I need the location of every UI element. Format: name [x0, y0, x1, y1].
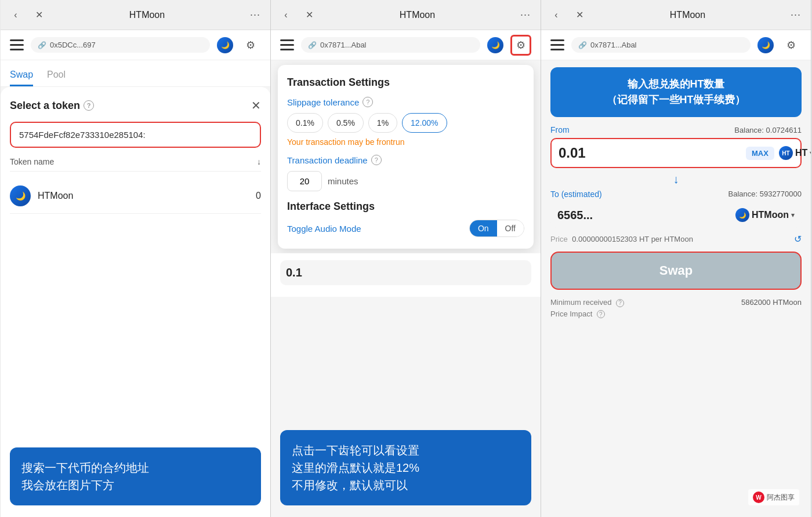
modal-close-btn[interactable]: ✕: [251, 99, 261, 112]
modal-title: Select a token ?: [10, 100, 94, 112]
browser-back-2[interactable]: ‹: [278, 7, 294, 23]
panel-3: ‹ ✕ HTMoon ··· 🔗 0x7871...Abal 🌙 ⚙: [541, 0, 811, 517]
slippage-label: Slippage tolerance ?: [287, 97, 524, 107]
annotation-box-1: 搜索一下代币的合约地址我会放在图片下方: [10, 447, 261, 505]
token-item-name: HTMoon: [38, 191, 249, 201]
link-icon-1: 🔗: [38, 41, 46, 49]
swap-tab-1[interactable]: Swap: [10, 65, 33, 86]
list-item[interactable]: 🌙 HTMoon 0: [10, 179, 261, 214]
to-label: To (estimated): [550, 190, 602, 199]
to-token-chevron: ▾: [791, 211, 795, 219]
price-impact-help-icon[interactable]: ?: [597, 310, 605, 318]
app-header-3: 🔗 0x7871...Abal 🌙 ⚙: [541, 30, 811, 60]
tx-settings-panel: Transaction Settings Slippage tolerance …: [278, 65, 534, 249]
panel-2: ‹ ✕ HTMoon ··· 🔗 0x7871...Abal 🌙 ⚙ Trans…: [271, 0, 541, 517]
swap-direction-arrow: ↓: [550, 173, 802, 186]
min-received-value: 5862000 HTMoon: [741, 298, 802, 307]
browser-close-3[interactable]: ✕: [571, 7, 588, 23]
token-search-field[interactable]: [10, 122, 261, 148]
toggle-audio-label: Toggle Audio Mode: [287, 224, 361, 234]
min-received-help-icon[interactable]: ?: [616, 299, 624, 307]
address-bar-2[interactable]: 🔗 0x7871...Abal: [301, 37, 480, 53]
sort-icon[interactable]: ↓: [257, 157, 261, 166]
browser-close-2[interactable]: ✕: [301, 7, 317, 23]
bg-swap-row: 0.1: [280, 260, 531, 285]
bg-swap-ui: 0.1: [271, 253, 541, 297]
weibo-watermark: W 阿杰图享: [748, 489, 799, 505]
hamburger-menu-1[interactable]: [10, 38, 24, 52]
refresh-icon[interactable]: ↺: [794, 234, 802, 245]
slippage-options: 0.1% 0.5% 1% 12.00%: [287, 113, 524, 133]
address-bar-1[interactable]: 🔗 0x5DCc...697: [31, 37, 210, 53]
slippage-btn-01[interactable]: 0.1%: [287, 113, 323, 133]
to-token-selector[interactable]: 🌙 HTMoon ▾: [735, 208, 795, 222]
hamburger-menu-3[interactable]: [550, 38, 564, 52]
annotation-text-1: 搜索一下代币的合约地址我会放在图片下方: [21, 459, 249, 494]
price-impact-label: Price Impact ?: [550, 310, 605, 319]
toggle-row: Toggle Audio Mode On Off: [287, 220, 524, 237]
token-logo-1: 🌙: [217, 37, 233, 53]
min-received-row: Minimum received ? 5862000 HTMoon: [550, 298, 802, 307]
to-balance: Balance: 5932770000: [728, 190, 802, 199]
wallet-address-1: 0x5DCc...697: [50, 41, 96, 49]
weibo-text: 阿杰图享: [767, 493, 795, 503]
toggle-on-btn[interactable]: On: [470, 220, 497, 236]
to-token-name: HTMoon: [752, 210, 789, 220]
annotation-text-2: 点击一下齿轮可以看设置这里的滑点默认就是12%不用修改，默认就可以: [292, 442, 520, 494]
token-item-balance: 0: [256, 191, 261, 201]
swap-to-header: To (estimated) Balance: 5932770000: [550, 190, 802, 199]
tx-settings-title: Transaction Settings: [287, 77, 524, 89]
slippage-btn-12[interactable]: 12.00%: [402, 113, 447, 133]
slippage-btn-05[interactable]: 0.5%: [328, 113, 364, 133]
from-token-selector[interactable]: HT HT ▾: [779, 146, 811, 160]
swap-from-header: From Balance: 0.0724611: [550, 125, 802, 134]
from-amount-input[interactable]: [559, 145, 741, 161]
price-value: 0.00000000152303 HT per HTMoon: [572, 235, 693, 243]
browser-back-1[interactable]: ‹: [8, 7, 24, 23]
token-logo-3: 🌙: [757, 37, 774, 53]
wallet-address-2: 0x7871...Abal: [320, 41, 367, 49]
slippage-btn-1[interactable]: 1%: [368, 113, 397, 133]
to-input-row: 6565... 🌙 HTMoon ▾: [550, 202, 802, 228]
pool-tab-1[interactable]: Pool: [47, 65, 66, 86]
browser-back-3[interactable]: ‹: [548, 7, 564, 23]
htmoon-logo: 🌙: [10, 185, 31, 206]
hamburger-menu-2[interactable]: [280, 38, 294, 52]
from-balance: Balance: 0.0724611: [734, 126, 802, 134]
interface-settings-title: Interface Settings: [287, 201, 524, 213]
swap-main: 输入想兑换的HT数量（记得留下一些HT做手续费） From Balance: 0…: [541, 67, 811, 330]
browser-close-1[interactable]: ✕: [31, 7, 47, 23]
swap-button[interactable]: Swap: [550, 252, 802, 290]
browser-title-3: HTMoon: [594, 10, 781, 20]
from-token-name: HT: [795, 148, 807, 158]
from-token-chevron: ▾: [810, 149, 811, 157]
settings-button-1[interactable]: ⚙: [240, 35, 261, 56]
app-header-1: 🔗 0x5DCc...697 🌙 ⚙: [1, 30, 270, 60]
token-list-label: Token name: [10, 157, 54, 166]
toggle-off-btn[interactable]: Off: [497, 220, 524, 236]
settings-button-2[interactable]: ⚙: [510, 35, 531, 56]
price-impact-row: Price Impact ?: [550, 310, 802, 319]
address-bar-3[interactable]: 🔗 0x7871...Abal: [571, 37, 751, 53]
panel-1: ‹ ✕ HTMoon ··· 🔗 0x5DCc...697 🌙 ⚙ Swap P…: [1, 0, 271, 517]
modal-header: Select a token ? ✕: [10, 99, 261, 112]
weibo-logo: W: [753, 491, 764, 503]
slippage-help-icon[interactable]: ?: [362, 97, 373, 107]
deadline-input[interactable]: [287, 171, 322, 191]
browser-more-1[interactable]: ···: [247, 7, 263, 23]
settings-button-3[interactable]: ⚙: [781, 35, 802, 56]
deadline-help-icon[interactable]: ?: [371, 155, 382, 165]
link-icon-2: 🔗: [308, 41, 317, 49]
browser-bar-2: ‹ ✕ HTMoon ···: [271, 0, 541, 30]
slippage-warning: Your transaction may be frontrun: [287, 137, 524, 147]
annotation-box-2: 点击一下齿轮可以看设置这里的滑点默认就是12%不用修改，默认就可以: [280, 430, 531, 505]
deadline-row: minutes: [287, 171, 524, 191]
htmoon-logo-3: 🌙: [735, 208, 749, 222]
browser-more-3[interactable]: ···: [788, 7, 804, 23]
to-amount: 6565...: [557, 209, 731, 222]
from-label: From: [550, 125, 570, 134]
max-button[interactable]: MAX: [746, 147, 774, 160]
browser-more-2[interactable]: ···: [517, 7, 534, 23]
modal-help-icon[interactable]: ?: [84, 100, 94, 111]
toggle-switch[interactable]: On Off: [469, 220, 524, 237]
